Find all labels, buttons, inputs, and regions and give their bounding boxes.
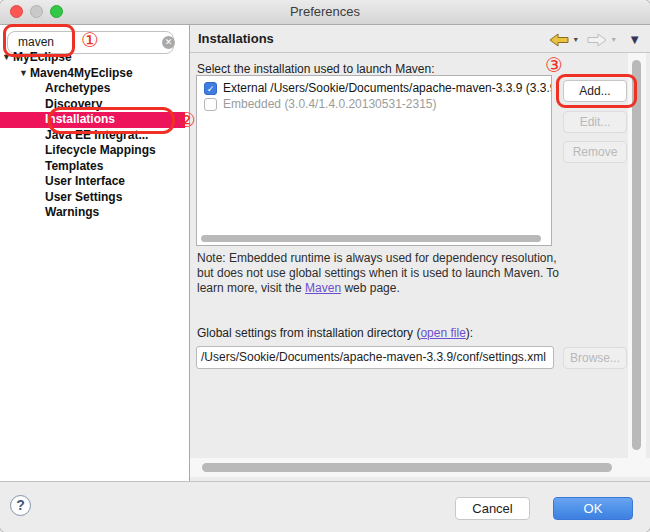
preferences-window: Preferences maven ✕ ▼ MyEclipse ▼ Maven4… [0,0,650,532]
checkbox-unchecked-icon[interactable] [204,98,217,111]
sidebar-item-myeclipse[interactable]: ▼ MyEclipse [0,50,189,66]
browse-button: Browse... [563,347,627,369]
installations-panel: Installations ▼ ▼ ▼ Select the installat… [190,25,650,481]
sidebar-item-discovery[interactable]: Discovery [0,97,189,113]
vertical-scrollbar-thumb[interactable] [632,60,641,450]
horizontal-scrollbar-thumb[interactable] [202,463,612,472]
sidebar-item-installations[interactable]: Installations [0,112,185,128]
ok-button[interactable]: OK [553,497,633,520]
title-bar: Preferences [0,0,650,25]
back-arrow-icon[interactable] [549,33,569,47]
dialog-footer: ? Cancel OK [0,481,650,532]
select-installation-label: Select the installation used to launch M… [197,62,434,76]
open-file-link[interactable]: open file [420,326,465,340]
checkbox-checked-icon[interactable]: ✓ [204,82,217,95]
forward-menu-caret-icon: ▼ [610,36,617,43]
preferences-tree: ▼ MyEclipse ▼ Maven4MyEclipse Archetypes… [0,50,189,221]
back-menu-caret-icon[interactable]: ▼ [572,36,579,43]
vertical-scrollbar-track[interactable] [628,53,646,458]
window-title: Preferences [0,4,650,19]
page-title: Installations [198,31,274,46]
add-button[interactable]: Add... [563,80,627,102]
maven-link[interactable]: Maven [305,281,341,295]
sidebar-item-user-interface[interactable]: User Interface [0,174,189,190]
sidebar-item-archetypes[interactable]: Archetypes [0,81,189,97]
panel-header: Installations ▼ ▼ ▼ [190,25,650,52]
global-settings-label: Global settings from installation direct… [197,326,473,340]
history-nav: ▼ ▼ ▼ [549,32,641,47]
embedded-runtime-note: Note: Embedded runtime is always used fo… [197,251,559,296]
sidebar-item-lifecycle-mappings[interactable]: Lifecycle Mappings [0,143,189,159]
global-settings-path-input[interactable]: /Users/Sookie/Documents/apache-maven-3.3… [196,346,554,369]
view-menu-icon[interactable]: ▼ [628,32,641,47]
sidebar-item-java-ee-integration[interactable]: Java EE Integrat... [0,128,189,144]
forward-arrow-icon [587,33,607,47]
list-item-external-maven[interactable]: ✓ External /Users/Sookie/Documents/apach… [197,80,551,96]
remove-button: Remove [563,141,627,163]
sidebar-item-warnings[interactable]: Warnings [0,205,189,221]
disclosure-triangle-icon[interactable]: ▼ [2,50,11,66]
help-button[interactable]: ? [10,495,31,516]
disclosure-triangle-icon[interactable]: ▼ [19,66,28,82]
installations-list: ✓ External /Users/Sookie/Documents/apach… [196,75,552,246]
header-separator [190,52,650,53]
sidebar-item-user-settings[interactable]: User Settings [0,190,189,206]
list-item-embedded-maven[interactable]: Embedded (3.0.4/1.4.0.20130531-2315) [197,96,551,112]
list-horizontal-scrollbar[interactable] [201,235,541,242]
sidebar-item-maven4myeclipse[interactable]: ▼ Maven4MyEclipse [0,66,189,82]
edit-button: Edit... [563,111,627,133]
horizontal-scrollbar-track[interactable] [190,458,650,477]
sidebar-item-templates[interactable]: Templates [0,159,189,175]
clear-search-icon[interactable]: ✕ [162,36,175,49]
cancel-button[interactable]: Cancel [455,497,530,520]
preferences-sidebar: maven ✕ ▼ MyEclipse ▼ Maven4MyEclipse Ar… [0,25,189,481]
